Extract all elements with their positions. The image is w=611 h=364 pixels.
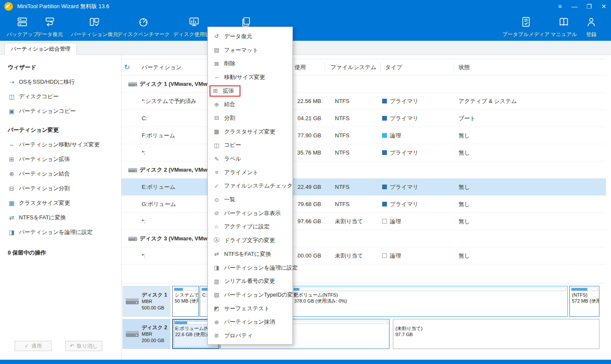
menu-item-delete[interactable]: ⊠削除 [208,57,292,70]
type-color-swatch [382,133,387,138]
disk-icon [128,236,137,242]
menu-item-extend[interactable]: ⊞拡張 [208,84,292,98]
tab-partition-management[interactable]: パーティション総合管理 [4,43,77,55]
menu-item-set-logical[interactable]: ◨パーティションを論理に設定 [208,261,292,275]
sidebar-item-partition-copy[interactable]: ▣パーティションコピー [0,104,121,118]
column-header-filesystem[interactable]: ファイルシステム [331,59,376,75]
table-row-unallocated-1[interactable]: *: 97.66 GB 未割り当て 論理 無し [122,213,606,230]
disk-map-row-2: ディスク 2 MBR 200.00 GB E:ボリューム(NTFS)22.6 G… [122,319,599,349]
menu-item-properties[interactable]: ≣プロパティ [208,329,292,343]
merge-icon: ⊕ [213,101,220,108]
menu-item-cluster-size[interactable]: ▦クラスタサイズ変更 [208,125,292,139]
menu-item-convert-ntfs-fat[interactable]: ⇄NTFSをFATに変換 [208,247,292,261]
toolbar-disk-benchmark-button[interactable]: ディスクベンチマーク [116,15,171,39]
data-recovery-icon [44,16,55,27]
menu-item-change-serial[interactable]: ▥シリアル番号の変更 [208,274,292,288]
refresh-icon[interactable]: ↻ [124,59,130,75]
menu-item-change-type-id[interactable]: ▧パーティションTypeIDの変更 [208,288,292,302]
menu-item-copy[interactable]: ◫コピー [208,139,292,152]
disk-group-row-1[interactable]: ディスク 1 (VMware, VMware [122,76,606,93]
disk1-block-ntfs-small[interactable]: (NTFS)572 MB (使用 [569,286,599,317]
serial-number-icon: ▥ [213,278,220,285]
menu-item-label[interactable]: ✎ラベル [208,152,292,166]
toolbar-partition-recovery-button[interactable]: パーティション復元 [69,15,120,39]
maximize-button[interactable]: ❐ [582,0,596,13]
sidebar-item-cluster-size[interactable]: ▦クラスタサイズ変更 [0,196,121,210]
menu-item-hide-partition[interactable]: ⊘パーティション非表示 [208,206,292,220]
menu-item-filesystem-check[interactable]: ✓ファイルシステムチェック [208,179,292,193]
disk-icon [125,296,139,306]
disk-icon [128,167,137,173]
table-row-unallocated-2[interactable]: *: 00.00 GB 未割り当て 論理 無し [122,247,606,264]
sidebar-item-move-resize[interactable]: ⇔パーティション移動/サイズ変更 [0,137,121,152]
disk-icon [125,329,139,339]
table-row-unnamed-1[interactable]: *: 35.76 MB NTFS プライマリ 無し [122,144,606,161]
window-menu-button[interactable]: ≡ [553,0,567,13]
type-color-swatch [382,219,387,224]
used-space-bar [174,288,197,291]
sidebar-item-set-logical[interactable]: ◨パーティションを論理に設定 [0,225,121,240]
menu-item-wipe-partition[interactable]: ⊗パーティション抹消 [208,315,292,329]
cluster-size-icon: ▦ [213,128,220,135]
disk-group-row-2[interactable]: ディスク 2 (VMware, VMware [122,161,606,179]
disk-copy-icon: ◫ [8,93,15,100]
disk1-label[interactable]: ディスク 1 MBR 500.00 GB [122,286,170,317]
table-row-system-reserved[interactable]: *:システムで予約済み 22.56 MB NTFS プライマリ アクティブ & … [122,93,606,110]
undo-button[interactable]: ↶取り消し [65,341,102,351]
pages-icon [240,16,252,27]
migrate-os-icon: ⇢ [8,79,15,85]
apply-button[interactable]: ✓適用 [15,341,52,351]
main-toolbar: バックアップ データ復元 パーティション復元 ディスクベンチマーク ディスク使用… [0,13,611,41]
disk-group-row-3[interactable]: ディスク 3 (VMware, VMware [122,230,606,247]
extend-icon: ⊞ [8,156,15,163]
disk1-block-f-volume[interactable]: F:ボリューム(NTFS)378.0 GB (使用済み: 0%) [292,286,568,317]
delete-icon: ⊠ [213,61,220,67]
column-header-status[interactable]: 状態 [459,59,470,75]
partition-recovery-icon [89,16,100,27]
sidebar-item-extend[interactable]: ⊞パーティション拡張 [0,152,121,167]
disk2-label[interactable]: ディスク 2 MBR 200.00 GB [122,319,170,349]
column-header-unused[interactable]: 使用 [295,59,306,75]
toolbar-bootable-media-button[interactable]: ブータブルメディア [500,15,552,39]
toolbar-register-button[interactable]: 登録 [578,15,604,39]
disk-usage-icon [188,16,200,27]
table-row-e-volume-selected[interactable]: E:ボリューム 22.49 GB NTFS プライマリ 無し [122,179,606,196]
sidebar-heading-partition-change: パーティション変更 [0,118,121,137]
sidebar-item-migrate-os[interactable]: ⇢OSをSSD/HDDに移行 [0,75,121,89]
alignment-icon: ≡ [213,169,220,176]
menu-item-merge[interactable]: ⊕結合 [208,97,292,111]
copy-icon: ◫ [213,142,220,149]
sidebar-item-split[interactable]: ⊟パーティション分割 [0,181,121,196]
sidebar-item-convert-ntfs-fat[interactable]: ⇄NTFSをFATに変換 [0,210,121,225]
menu-item-format[interactable]: ▤フォーマット [208,43,292,57]
table-row-c-drive[interactable]: C: 04.21 GB NTFS プライマリ ブート [122,110,606,127]
menu-item-explore[interactable]: ⊙一覧 [208,193,292,206]
minimize-button[interactable]: — [567,0,582,13]
toolbar-manual-button[interactable]: マニュアル [548,15,579,39]
used-space-bar [293,288,566,291]
explore-icon: ⊙ [213,197,220,203]
menu-item-set-active[interactable]: ☆アクティブに設定 [208,220,292,234]
disk1-block-system-reserved[interactable]: システムで予約50 MB (使用 [172,286,199,317]
menu-item-split[interactable]: ⊟分割 [208,111,292,125]
menu-item-change-drive-letter[interactable]: Ⓐドライブ文字の変更 [208,234,292,247]
context-menu: ↺データ復元 ▤フォーマット ⊠削除 ⇔移動/サイズ変更 ⊞拡張 ⊕結合 ⊟分割… [207,27,293,345]
format-icon: ▤ [213,47,220,53]
column-header-partition[interactable]: パーティション [142,59,182,75]
close-button[interactable]: ✕ [596,0,611,13]
table-row-f-volume[interactable]: F:ボリューム 77.90 GB NTFS 論理 無し [122,127,606,144]
menu-item-alignment[interactable]: ≡アライメント [208,166,292,179]
sidebar-heading-wizard: ウィザード [0,55,121,75]
sidebar-item-disk-copy[interactable]: ◫ディスクコピー [0,89,121,104]
disk-map-row-1: ディスク 1 MBR 500.00 GB システムで予約50 MB (使用 C:… [122,286,599,317]
disk2-block-unallocated[interactable]: (未割り当て)97.7 GB [393,319,599,349]
menu-item-data-recovery[interactable]: ↺データ復元 [208,30,292,43]
disk-benchmark-icon [138,16,149,27]
menu-item-move-resize[interactable]: ⇔移動/サイズ変更 [208,70,292,84]
sidebar-item-merge[interactable]: ⊕パーティション結合 [0,167,121,181]
table-row-g-volume[interactable]: G:ボリューム 79.68 GB NTFS プライマリ 無し [122,196,606,213]
menu-item-surface-test[interactable]: ◩サーフェステスト [208,302,292,315]
toolbar-data-recovery-button[interactable]: データ復元 [26,15,73,39]
column-header-type[interactable]: タイプ [385,59,402,75]
merge-icon: ⊕ [8,170,15,177]
